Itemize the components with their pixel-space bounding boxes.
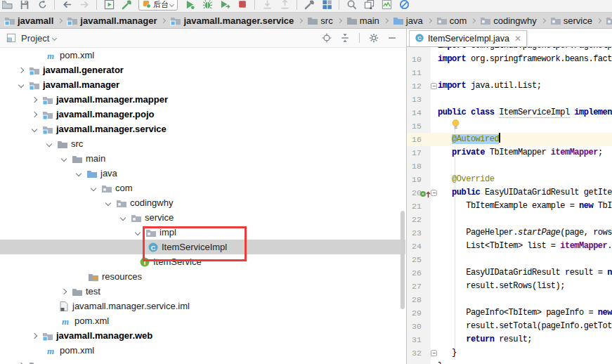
chevron-collapsed-icon[interactable] bbox=[18, 67, 24, 72]
tree-row-codingwhy[interactable]: codingwhy bbox=[0, 195, 405, 210]
line-number: 27 bbox=[407, 280, 431, 293]
sync-icon[interactable] bbox=[37, 0, 48, 10]
tree-row-javamall.manager.web[interactable]: javamall.manager.web bbox=[0, 328, 405, 343]
breadcrumb-item-java[interactable]: java bbox=[393, 15, 423, 26]
code-line-20: 20 public EasyUIDataGridResult getItemLi… bbox=[407, 186, 612, 200]
breadcrumb-item-javamall.manager.service[interactable]: javamall.manager.service bbox=[170, 15, 294, 26]
chevron-expanded-icon[interactable] bbox=[61, 155, 67, 161]
tree-row-pom.xml[interactable]: mpom.xml bbox=[0, 313, 405, 328]
project-tree-scrollbar[interactable] bbox=[401, 211, 405, 309]
tree-row-main[interactable]: main bbox=[0, 151, 405, 166]
code-text bbox=[438, 213, 612, 226]
tree-row-src[interactable]: src bbox=[0, 136, 405, 151]
breadcrumb-item-main[interactable]: main bbox=[346, 15, 379, 26]
chevron-expanded-icon[interactable] bbox=[91, 185, 96, 190]
vcs-commit-icon[interactable] bbox=[279, 0, 290, 10]
tree-row-partial[interactable] bbox=[0, 358, 405, 364]
chevron-expanded-icon[interactable] bbox=[32, 126, 37, 131]
prohibit-icon[interactable] bbox=[398, 0, 410, 10]
tree-row-java[interactable]: java bbox=[0, 166, 405, 181]
line-number: 17 bbox=[407, 146, 431, 160]
build-icon[interactable] bbox=[121, 0, 132, 10]
chevron-collapsed-icon[interactable] bbox=[32, 111, 37, 117]
collapse-all-icon[interactable] bbox=[339, 32, 351, 44]
toolbar-divider bbox=[54, 0, 55, 10]
code-text: private TbItemMapper itemMapper; bbox=[438, 146, 612, 160]
tree-row-javamall.generator[interactable]: javamall.generator bbox=[0, 63, 405, 77]
chevron-expanded-icon[interactable] bbox=[76, 170, 82, 176]
tree-row-javamall.manager.mapper[interactable]: javamall.manager.mapper bbox=[0, 92, 405, 107]
project-panel-title[interactable]: Project bbox=[21, 33, 49, 44]
tree-row-pom.xml[interactable]: mpom.xml bbox=[0, 48, 405, 63]
locate-icon[interactable] bbox=[321, 32, 332, 44]
fold-column bbox=[431, 66, 438, 79]
tree-row-pom.xml[interactable]: mpom.xml bbox=[0, 343, 405, 358]
tree-row-javamall.manager.service[interactable]: javamall.manager.service bbox=[0, 122, 405, 136]
project-structure-icon[interactable] bbox=[321, 0, 332, 10]
debug-icon[interactable] bbox=[202, 0, 213, 10]
tree-row-javamall.manager.service.iml[interactable]: javamall.manager.service.iml bbox=[0, 299, 405, 313]
run-configuration-select[interactable]: 后台 bbox=[138, 0, 178, 11]
code-line-13: 13 bbox=[407, 93, 612, 106]
toolbar: 后台 bbox=[0, 0, 612, 13]
breadcrumb-item-javamall[interactable]: javamall bbox=[4, 15, 53, 26]
code-line-26: 26 EasyUIDataGridResult result = new Eas… bbox=[407, 266, 612, 280]
module-icon bbox=[4, 15, 15, 26]
breadcrumb-item-com[interactable]: com bbox=[436, 15, 467, 26]
chevron-expanded-icon[interactable] bbox=[46, 141, 52, 146]
chevron-expanded-icon[interactable] bbox=[135, 229, 141, 235]
monitor-icon[interactable] bbox=[381, 0, 392, 10]
settings-wrench-icon[interactable] bbox=[304, 0, 315, 10]
chevron-collapsed-icon[interactable] bbox=[61, 288, 67, 294]
chevron-expanded-icon[interactable] bbox=[105, 200, 111, 205]
code-text bbox=[438, 293, 612, 306]
chevron-collapsed-icon[interactable] bbox=[32, 96, 37, 102]
tree-label: pom.xml bbox=[60, 345, 94, 356]
breadcrumb-item-javamall.manager[interactable]: javamall.manager bbox=[67, 15, 157, 26]
intention-bulb-icon[interactable] bbox=[452, 119, 460, 133]
tab-itemserviceimpl-java[interactable]: C ItemServiceImpl.java ✕ bbox=[409, 30, 527, 46]
fold-marker-icon[interactable] bbox=[431, 350, 437, 356]
vcs-update-icon[interactable] bbox=[261, 0, 273, 10]
tree-row-test[interactable]: test bbox=[0, 284, 405, 299]
chevron-expanded-icon[interactable] bbox=[120, 214, 126, 220]
restore-windows-icon[interactable] bbox=[363, 0, 375, 10]
tree-row-javamall.manager.pojo[interactable]: javamall.manager.pojo bbox=[0, 107, 405, 122]
close-icon[interactable]: ✕ bbox=[514, 34, 521, 44]
gear-icon[interactable] bbox=[368, 32, 379, 44]
coverage-icon[interactable] bbox=[219, 0, 230, 10]
code-text: result.setTotal(pageInfo.getTotal()); bbox=[438, 320, 612, 333]
breadcrumb-label: javamall.manager.service bbox=[183, 15, 294, 26]
tree-row-service[interactable]: service bbox=[0, 210, 405, 225]
search-icon[interactable] bbox=[346, 0, 357, 10]
fold-marker-icon[interactable] bbox=[431, 83, 437, 89]
package-icon bbox=[116, 197, 127, 209]
stop-icon[interactable] bbox=[237, 0, 248, 10]
module-icon bbox=[42, 330, 53, 342]
breadcrumb-item-src[interactable]: src bbox=[307, 15, 332, 26]
open-icon[interactable] bbox=[1, 0, 13, 10]
minimize-icon[interactable] bbox=[386, 32, 398, 44]
breadcrumb-item-impl[interactable]: impl bbox=[606, 15, 612, 26]
forward-icon[interactable] bbox=[79, 0, 90, 10]
project-toolwindow-icon[interactable] bbox=[6, 32, 17, 44]
folder-java-icon bbox=[393, 15, 404, 26]
tree-row-javamall.manager[interactable]: javamall.manager bbox=[0, 77, 405, 92]
chevron-expanded-icon[interactable] bbox=[18, 82, 24, 87]
fold-marker-icon[interactable] bbox=[431, 190, 437, 196]
tree-row-com[interactable]: com bbox=[0, 181, 405, 195]
editor-code[interactable]: import com.github.pagehelper.PageHelper;… bbox=[407, 47, 612, 364]
chevron-collapsed-icon[interactable] bbox=[32, 332, 37, 338]
back-icon[interactable] bbox=[61, 0, 72, 10]
fold-column bbox=[431, 346, 438, 360]
run-window-icon[interactable] bbox=[103, 0, 115, 10]
run-icon[interactable] bbox=[184, 0, 195, 10]
code-line-12: 12import java.util.List; bbox=[407, 79, 612, 93]
breadcrumb-item-codingwhy[interactable]: codingwhy bbox=[480, 15, 536, 26]
project-tree[interactable]: mpom.xmljavamall.generatorjavamall.manag… bbox=[0, 48, 405, 364]
breadcrumb-item-service[interactable]: service bbox=[550, 15, 592, 26]
tree-row-resources[interactable]: resources bbox=[0, 269, 405, 284]
line-number: 18 bbox=[407, 160, 431, 173]
code-line: } bbox=[407, 360, 612, 364]
save-icon[interactable] bbox=[19, 0, 30, 10]
